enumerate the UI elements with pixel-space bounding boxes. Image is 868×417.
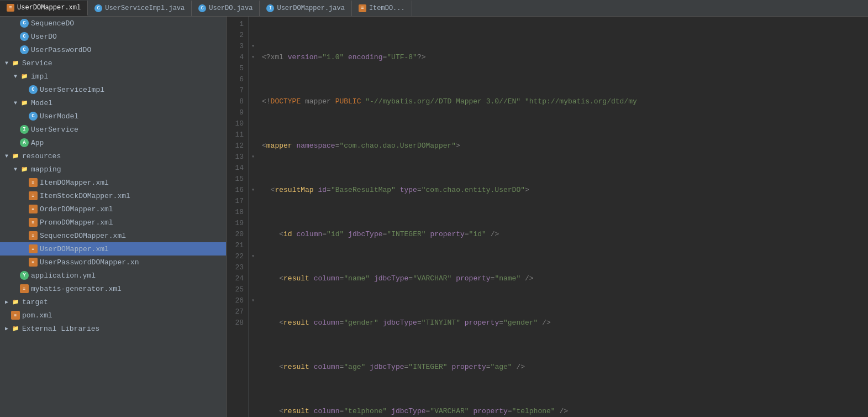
sidebar-item-label: UserPasswordDO (31, 46, 91, 54)
arrow-icon (2, 324, 11, 333)
xml-icon: ≡ (29, 258, 38, 267)
code-line-6: <result column="name" jdbcType="VARCHAR"… (257, 273, 868, 284)
tab-userserviceimpl[interactable]: C UserServiceImpl.java (88, 1, 192, 16)
sidebar-item-label: ItemStockDOMapper.xml (40, 192, 130, 200)
sidebar-item-impl[interactable]: 📁 impl (0, 70, 226, 83)
arrow-icon (2, 152, 11, 160)
sidebar-item-sequencedomapper[interactable]: ≡ SequenceDOMapper.xml (0, 229, 226, 242)
arrow-icon (20, 85, 29, 94)
sidebar-item-label: target (22, 298, 48, 306)
tab-bar: ≡ UserDOMapper.xml C UserServiceImpl.jav… (0, 0, 868, 17)
sidebar-item-userdomapper-xml[interactable]: ≡ UserDOMapper.xml (0, 242, 226, 256)
tab-label: UserDO.java (209, 4, 252, 12)
sidebar-item-usermodel[interactable]: C UserModel (0, 110, 226, 123)
arrow-icon (11, 165, 20, 174)
sidebar-item-itemdomapper[interactable]: ≡ ItemDOMapper.xml (0, 176, 226, 189)
sidebar-item-mapping[interactable]: 📁 mapping (0, 163, 226, 176)
interface-icon: I (20, 125, 29, 134)
xml-icon: ≡ (29, 178, 38, 187)
sidebar-item-target[interactable]: 📁 target (0, 295, 226, 309)
sidebar-item-label: pom.xml (22, 311, 52, 320)
sidebar-item-pom[interactable]: ≡ pom.xml (0, 309, 226, 322)
main-layout: C SequenceDO C UserDO C UserPasswordDO 📁… (0, 17, 868, 417)
sidebar-item-label: Service (22, 59, 52, 67)
java-c-icon: C (94, 4, 102, 12)
sidebar-item-resources[interactable]: 📁 resources (0, 149, 226, 163)
code-view[interactable]: 12345 678910 1112131415 1617181920 21222… (227, 17, 868, 417)
sidebar-item-label: External Libraries (22, 325, 99, 333)
folder-icon: 📁 (11, 59, 20, 67)
folder-icon: 📁 (20, 72, 29, 81)
xml-icon: ≡ (29, 231, 38, 240)
sidebar-item-label: App (31, 139, 44, 147)
sidebar-item-label: SequenceDO (31, 19, 74, 28)
code-content[interactable]: <?xml version="1.0" encoding="UTF-8"?> <… (257, 17, 868, 417)
app-icon: A (20, 138, 29, 147)
xml-icon: ≡ (29, 191, 38, 200)
sidebar-item-application-yml[interactable]: Y application.yml (0, 269, 226, 282)
class-icon: C (20, 45, 29, 54)
sidebar-item-app[interactable]: A App (0, 136, 226, 149)
yaml-icon: Y (20, 271, 29, 280)
sidebar-item-label: UserPasswordDOMapper.xn (40, 258, 139, 267)
arrow-icon (11, 284, 20, 293)
sidebar-item-label: application.yml (31, 272, 96, 280)
tab-label: ItemDO... (369, 4, 405, 12)
sidebar-item-label: UserServiceImpl (40, 86, 104, 94)
arrow-icon (11, 32, 20, 41)
arrow-icon (20, 258, 29, 267)
sidebar-item-userpassworddomapper[interactable]: ≡ UserPasswordDOMapper.xn (0, 256, 226, 269)
sidebar-item-userserviceimpl[interactable]: C UserServiceImpl (0, 83, 226, 96)
tab-label: UserDOMapper.xml (17, 4, 81, 12)
xml-icon: ≡ (29, 244, 38, 253)
arrow-icon (20, 231, 29, 240)
sidebar-item-label: mapping (31, 165, 61, 174)
sidebar-item-userservice[interactable]: I UserService (0, 123, 226, 136)
arrow-icon (20, 112, 29, 121)
sidebar-item-sequencedo[interactable]: C SequenceDO (0, 17, 226, 30)
sidebar-item-external-libraries[interactable]: 📁 External Libraries (0, 322, 226, 335)
sidebar: C SequenceDO C UserDO C UserPasswordDO 📁… (0, 17, 227, 417)
xml-icon: ≡ (359, 4, 366, 12)
arrow-icon (20, 178, 29, 187)
sidebar-item-label: ItemDOMapper.xml (40, 179, 109, 187)
folder-icon: 📁 (11, 298, 20, 306)
sidebar-item-label: impl (31, 72, 48, 81)
code-line-2: <!DOCTYPE mapper PUBLIC "-//mybatis.org/… (257, 96, 868, 107)
folder-icon: 📁 (11, 152, 20, 160)
code-line-1: <?xml version="1.0" encoding="UTF-8"?> (257, 52, 868, 63)
arrow-icon (2, 59, 11, 67)
code-line-4: <resultMap id="BaseResultMap" type="com.… (257, 185, 868, 196)
code-line-7: <result column="gender" jdbcType="TINYIN… (257, 317, 868, 329)
sidebar-item-model[interactable]: 📁 Model (0, 96, 226, 110)
sidebar-item-userpassworddo[interactable]: C UserPasswordDO (0, 43, 226, 56)
folder-icon: 📁 (20, 98, 29, 107)
sidebar-item-promodomapper[interactable]: ≡ PromoDOMapper.xml (0, 216, 226, 229)
sidebar-item-label: resources (22, 152, 61, 160)
code-line-9: <result column="telphone" jdbcType="VARC… (257, 406, 868, 417)
tab-userdo[interactable]: C UserDO.java (192, 1, 260, 16)
arrow-icon (11, 45, 20, 54)
sidebar-item-label: PromoDOMapper.xml (40, 218, 113, 227)
code-line-3: <mapper namespace="com.chao.dao.UserDOMa… (257, 140, 868, 152)
folder-icon: 📁 (11, 324, 20, 333)
arrow-icon (11, 271, 20, 280)
sidebar-item-orderdomapper[interactable]: ≡ OrderDOMapper.xml (0, 202, 226, 216)
arrow-icon (2, 298, 11, 306)
arrow-icon (11, 19, 20, 28)
sidebar-item-itemstockdomapper[interactable]: ≡ ItemStockDOMapper.xml (0, 189, 226, 202)
java-c-icon: C (198, 4, 206, 12)
tab-itemdo[interactable]: ≡ ItemDO... (352, 1, 412, 16)
tab-userdomapper[interactable]: ≡ UserDOMapper.xml (0, 1, 88, 16)
arrow-icon (2, 311, 11, 320)
tab-userdomain-mapper-java[interactable]: I UserDOMapper.java (260, 1, 351, 16)
sidebar-item-mybatis-generator[interactable]: ≡ mybatis-generator.xml (0, 282, 226, 295)
folder-icon: 📁 (20, 165, 29, 174)
arrow-icon (20, 218, 29, 227)
arrow-icon (11, 98, 20, 107)
editor-area: 12345 678910 1112131415 1617181920 21222… (227, 17, 868, 417)
xml-icon: ≡ (29, 205, 38, 213)
sidebar-item-userdo[interactable]: C UserDO (0, 30, 226, 43)
sidebar-item-service[interactable]: 📁 Service (0, 56, 226, 70)
sidebar-item-label: UserDOMapper.xml (40, 245, 109, 253)
